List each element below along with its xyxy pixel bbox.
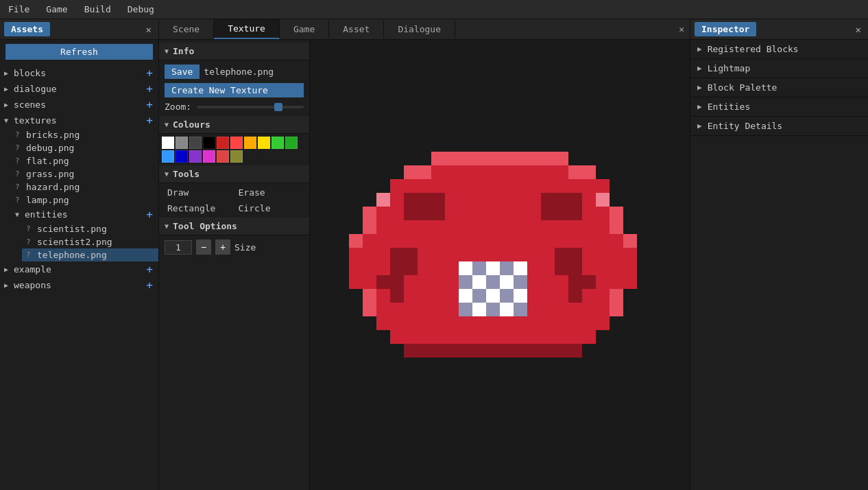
tree-item-scientist[interactable]: ? scientist.png	[22, 222, 158, 235]
zoom-handle[interactable]	[274, 103, 282, 111]
colour-swatch-6[interactable]	[244, 137, 256, 149]
tabs-close-button[interactable]: ✕	[673, 21, 690, 37]
chevron-right-icon: ▶	[697, 83, 702, 92]
tree-item-hazard[interactable]: ? hazard.png	[11, 180, 158, 194]
colour-swatch-13[interactable]	[203, 150, 215, 163]
file-icon: ?	[15, 156, 26, 165]
inspector-tab[interactable]: Inspector	[695, 22, 756, 36]
tree-item-bricks[interactable]: ? bricks.png	[11, 128, 158, 141]
inspector-item-registered-blocks[interactable]: ▶ Registered Blocks	[690, 40, 868, 59]
colour-swatch-15[interactable]	[230, 150, 243, 163]
tree-item-weapons[interactable]: ▶ weapons +	[0, 277, 158, 293]
tree-item-telephone[interactable]: ? telephone.png	[22, 248, 158, 261]
tree-label-example: example	[14, 264, 145, 275]
draw-tool-button[interactable]: Draw	[165, 186, 233, 199]
colour-swatch-7[interactable]	[258, 137, 270, 149]
tab-dialogue[interactable]: Dialogue	[384, 20, 455, 38]
tab-scene[interactable]: Scene	[159, 20, 214, 38]
add-entities-button[interactable]: +	[145, 208, 154, 221]
tree-label-weapons: weapons	[14, 280, 145, 290]
info-section-label: Info	[173, 46, 194, 56]
tree-label-dialogue: dialogue	[14, 84, 145, 94]
colour-swatch-3[interactable]	[203, 137, 215, 149]
inspector-close-button[interactable]: ✕	[853, 23, 864, 36]
chevron-right-icon: ▶	[4, 281, 14, 289]
menu-file[interactable]: File	[5, 3, 32, 16]
pixel-art-canvas[interactable]	[349, 152, 651, 378]
tree-item-dialogue[interactable]: ▶ dialogue +	[0, 81, 158, 97]
add-scenes-button[interactable]: +	[145, 98, 154, 111]
tree-label-lamp: lamp.png	[26, 195, 154, 205]
tree-label-scenes: scenes	[14, 100, 145, 110]
chevron-right-icon: ▶	[697, 102, 702, 111]
assets-tab[interactable]: Assets	[4, 22, 50, 36]
zoom-row: Zoom:	[165, 102, 304, 112]
erase-tool-button[interactable]: Erase	[236, 186, 304, 199]
colour-swatch-2[interactable]	[189, 137, 202, 149]
tree-item-lamp[interactable]: ? lamp.png	[11, 194, 158, 207]
file-name-label: telephone.png	[204, 67, 274, 77]
save-button[interactable]: Save	[165, 65, 200, 79]
center-panel: Scene Texture Game Asset Dialogue ✕ ▼ In…	[159, 19, 690, 490]
tree-item-debug[interactable]: ? debug.png	[11, 141, 158, 154]
tree-item-blocks[interactable]: ▶ blocks +	[0, 65, 158, 81]
assets-panel-header: Assets ✕	[0, 19, 158, 40]
inspector-item-lightmap[interactable]: ▶ Lightmap	[690, 59, 868, 78]
colour-swatch-0[interactable]	[162, 137, 174, 149]
zoom-slider[interactable]	[197, 106, 304, 108]
menu-build[interactable]: Build	[82, 3, 114, 16]
texture-sidebar: ▼ Info Save telephone.png Create New Tex…	[159, 40, 310, 490]
inspector-item-entities[interactable]: ▶ Entities	[690, 97, 868, 117]
refresh-button[interactable]: Refresh	[5, 44, 153, 60]
tree-item-grass[interactable]: ? grass.png	[11, 167, 158, 180]
tree-label-textures: textures	[14, 115, 145, 126]
tree-label-blocks: blocks	[14, 68, 145, 78]
file-icon: ?	[15, 143, 26, 152]
tree-item-scientist2[interactable]: ? scientist2.png	[22, 235, 158, 248]
add-textures-button[interactable]: +	[145, 114, 154, 127]
rectangle-tool-button[interactable]: Rectangle	[165, 202, 233, 215]
colour-swatch-14[interactable]	[217, 150, 229, 163]
chevron-right-icon: ▶	[697, 45, 702, 54]
size-increase-button[interactable]: +	[215, 240, 230, 255]
tree-item-example[interactable]: ▶ example +	[0, 261, 158, 277]
size-decrease-button[interactable]: −	[196, 240, 211, 255]
create-new-texture-button[interactable]: Create New Texture	[165, 83, 304, 97]
menu-game[interactable]: Game	[43, 3, 70, 16]
colour-swatch-12[interactable]	[189, 150, 202, 163]
tree-item-flat[interactable]: ? flat.png	[11, 154, 158, 167]
canvas-area[interactable]	[310, 40, 690, 490]
colour-swatch-10[interactable]	[162, 150, 174, 163]
tab-game[interactable]: Game	[280, 20, 329, 38]
tree-item-scenes[interactable]: ▶ scenes +	[0, 97, 158, 113]
menu-debug[interactable]: Debug	[125, 3, 157, 16]
tab-asset[interactable]: Asset	[329, 20, 384, 38]
assets-close-button[interactable]: ✕	[143, 23, 154, 36]
tree-item-entities[interactable]: ▼ entities +	[11, 207, 158, 222]
colours-section-header[interactable]: ▼ Colours	[159, 116, 309, 134]
circle-tool-button[interactable]: Circle	[236, 202, 304, 215]
colour-swatch-9[interactable]	[285, 137, 298, 149]
colour-swatch-11[interactable]	[176, 150, 188, 163]
inspector-item-block-palette[interactable]: ▶ Block Palette	[690, 78, 868, 97]
file-icon: ?	[15, 183, 26, 191]
zoom-label: Zoom:	[165, 102, 191, 112]
tree-item-textures[interactable]: ▼ textures +	[0, 113, 158, 128]
inspector-item-entity-details[interactable]: ▶ Entity Details	[690, 117, 868, 136]
tree-label-scientist: scientist.png	[37, 224, 154, 234]
file-icon: ?	[26, 250, 37, 259]
chevron-right-icon: ▶	[4, 101, 14, 108]
info-section-header[interactable]: ▼ Info	[159, 43, 309, 60]
colour-swatch-8[interactable]	[272, 137, 284, 149]
colour-swatch-5[interactable]	[230, 137, 243, 149]
add-dialogue-button[interactable]: +	[145, 82, 154, 95]
add-weapons-button[interactable]: +	[145, 279, 154, 292]
add-example-button[interactable]: +	[145, 263, 154, 276]
colour-swatch-4[interactable]	[217, 137, 229, 149]
tool-options-section-header[interactable]: ▼ Tool Options	[159, 218, 309, 235]
colours-grid	[159, 134, 309, 165]
tools-section-header[interactable]: ▼ Tools	[159, 165, 309, 183]
colour-swatch-1[interactable]	[176, 137, 188, 149]
add-blocks-button[interactable]: +	[145, 67, 154, 80]
tab-texture[interactable]: Texture	[214, 19, 280, 39]
